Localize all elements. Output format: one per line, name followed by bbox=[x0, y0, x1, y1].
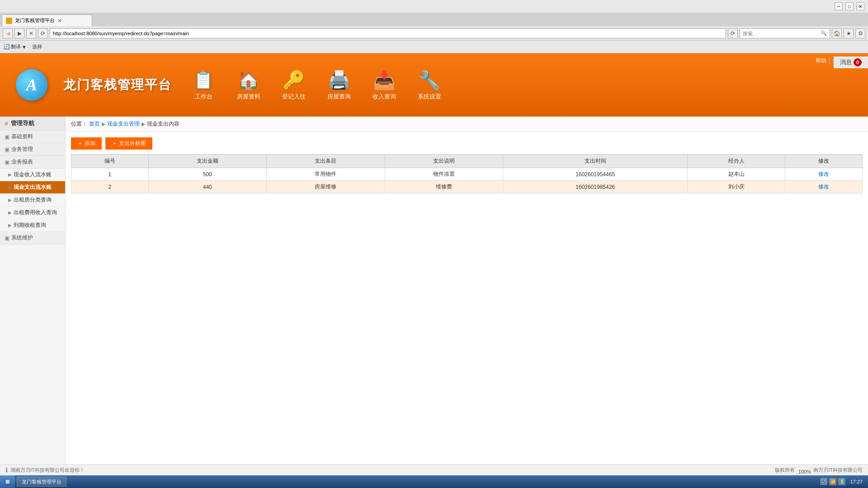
tab-favicon bbox=[6, 18, 12, 24]
sidebar-section-business: ▣ 业务管理 bbox=[0, 143, 65, 156]
tab-close-button[interactable]: ✕ bbox=[57, 18, 62, 24]
breadcrumb-arrow-2: ▶ bbox=[142, 121, 145, 127]
sidebar-section-basic: ▣ 基础资料 bbox=[0, 131, 65, 143]
system-section-icon: ▣ bbox=[5, 235, 9, 241]
table-cell-0: 2 bbox=[71, 181, 149, 193]
breadcrumb-arrow-1: ▶ bbox=[102, 121, 105, 127]
app-title: 龙门客栈管理平台 bbox=[63, 76, 172, 94]
home-button[interactable]: 🏠 bbox=[832, 28, 842, 38]
nav-system-settings[interactable]: 🔧 系统设置 bbox=[407, 53, 452, 117]
add-button[interactable]: ＋ 添加 bbox=[71, 137, 102, 150]
message-badge[interactable]: 消息 0 bbox=[834, 56, 868, 68]
table-cell-edit: 修改 bbox=[785, 181, 863, 193]
sidebar-section-reports-header[interactable]: ▣ 业务报表 bbox=[0, 156, 65, 169]
sidebar-section-business-header[interactable]: ▣ 业务管理 bbox=[0, 143, 65, 156]
taskbar-items: 龙门客栈管理平台 bbox=[15, 477, 817, 487]
zoom-indicator: 100% bbox=[796, 468, 814, 475]
location-label: 位置： bbox=[71, 120, 87, 128]
windows-taskbar: ⊞ 龙门客栈管理平台 🔊 📶 🔋 17:27 bbox=[0, 475, 868, 488]
search-input[interactable] bbox=[743, 31, 821, 36]
start-button[interactable]: ⊞ bbox=[0, 475, 15, 488]
table-cell-1: 440 bbox=[148, 181, 266, 193]
sidebar: ≡ 管理导航 ▣ 基础资料 ▣ 业务管理 ▣ 业务报表 ▶ bbox=[0, 117, 66, 469]
taskbar-item-browser[interactable]: 龙门客栈管理平台 bbox=[17, 477, 66, 487]
nav-checkin[interactable]: 🔑 登记入住 bbox=[271, 53, 316, 117]
table-cell-3: 维修费 bbox=[385, 181, 503, 193]
chart-button[interactable]: ＋ 支出分析图 bbox=[105, 137, 152, 150]
tab-label: 龙门客栈管理平台 bbox=[15, 17, 55, 24]
translate-dropdown-icon[interactable]: ▼ bbox=[22, 44, 27, 50]
table-cell-5: 刘小庆 bbox=[688, 181, 785, 193]
sidebar-section-system-header[interactable]: ▣ 系统维护 bbox=[0, 232, 65, 244]
app-header: A 龙门客栈管理平台 📋 工作台 🏠 房屋资料 🔑 登记入住 🖨️ 房屋查询 📥… bbox=[0, 53, 868, 117]
system-settings-icon: 🔧 bbox=[418, 70, 441, 91]
sidebar-item-cash-income[interactable]: ▶ 现金收入流水账 bbox=[0, 169, 65, 181]
house-info-icon: 🏠 bbox=[237, 70, 260, 91]
nav-house-info[interactable]: 🏠 房屋资料 bbox=[226, 53, 271, 117]
back-button[interactable]: ◀ bbox=[3, 28, 13, 38]
col-header-edit: 修改 bbox=[785, 155, 863, 168]
table-cell-edit: 修改 bbox=[785, 168, 863, 181]
browser-tab[interactable]: 龙门客栈管理平台 ✕ bbox=[2, 14, 92, 26]
edit-link[interactable]: 修改 bbox=[818, 171, 829, 177]
favorites-button[interactable]: ★ bbox=[844, 28, 854, 38]
search-bar[interactable]: 🔍 bbox=[740, 28, 830, 38]
close-button[interactable]: ✕ bbox=[856, 2, 864, 10]
house-query-icon: 🖨️ bbox=[328, 70, 350, 91]
add-icon: ＋ bbox=[77, 140, 83, 147]
table-row: 2440房屋维修维修费1602601985426刘小庆修改 bbox=[71, 181, 863, 193]
translate-button[interactable]: 🔄 翻译 ▼ bbox=[4, 43, 27, 50]
sidebar-title-icon: ≡ bbox=[5, 120, 8, 127]
content-body: ＋ 添加 ＋ 支出分析图 编号 支出金额 支出条目 支出说明 支出时间 bbox=[66, 132, 868, 199]
refresh-button[interactable]: ⟳ bbox=[38, 28, 48, 38]
sidebar-item-rental-fee-query[interactable]: ▶ 出租费用收入查询 bbox=[0, 206, 65, 219]
footer-info-text: 湖南万刃IT科技有限公司欢迎你！ bbox=[10, 467, 85, 474]
sidebar-section-basic-header[interactable]: ▣ 基础资料 bbox=[0, 131, 65, 143]
header-right: 帮助 关于 注册 消息 0 bbox=[807, 53, 868, 68]
tab-bar: 龙门客栈管理平台 ✕ bbox=[0, 13, 868, 26]
help-link[interactable]: 帮助 bbox=[813, 57, 830, 65]
browser-navbar: ◀ ▶ ✕ ⟳ ⟳ 🔍 🏠 ★ ⚙ bbox=[0, 26, 868, 41]
refresh-btn-2[interactable]: ⟳ bbox=[728, 28, 738, 38]
item-arrow-icon: ▶ bbox=[8, 172, 12, 177]
app-logo: A bbox=[0, 53, 63, 117]
maximize-button[interactable]: □ bbox=[845, 2, 854, 10]
breadcrumb-parent[interactable]: 现金支出管理 bbox=[107, 120, 140, 128]
workbench-icon: 📋 bbox=[192, 70, 215, 91]
col-header-amount: 支出金额 bbox=[148, 155, 266, 168]
nav-house-query[interactable]: 🖨️ 房屋查询 bbox=[316, 53, 362, 117]
sidebar-item-cash-expense[interactable]: ▶ 现金支出流水账 bbox=[0, 181, 65, 194]
footer-info: ℹ 湖南万刃IT科技有限公司欢迎你！ bbox=[5, 466, 85, 474]
table-cell-1: 500 bbox=[148, 168, 266, 181]
breadcrumb-home[interactable]: 首页 bbox=[89, 120, 100, 128]
main-layout: ≡ 管理导航 ▣ 基础资料 ▣ 业务管理 ▣ 业务报表 ▶ bbox=[0, 117, 868, 469]
address-input[interactable] bbox=[53, 31, 723, 36]
edit-link[interactable]: 修改 bbox=[818, 183, 829, 190]
basic-section-icon: ▣ bbox=[5, 134, 9, 140]
translate-icon: 🔄 bbox=[4, 44, 10, 50]
item-arrow-icon-2: ▶ bbox=[8, 197, 12, 202]
item-arrow-icon-4: ▶ bbox=[8, 223, 12, 228]
taskbar-tray: 🔊 📶 🔋 17:27 bbox=[817, 478, 868, 485]
forward-button[interactable]: ▶ bbox=[14, 28, 24, 38]
browser-titlebar: ─ □ ✕ bbox=[0, 0, 868, 13]
address-bar[interactable] bbox=[50, 28, 726, 38]
content-area: 位置： 首页 ▶ 现金支出管理 ▶ 现金支出内容 ＋ 添加 ＋ 支出分析图 bbox=[66, 117, 868, 469]
sidebar-item-due-rent-query[interactable]: ▶ 到期收租查询 bbox=[0, 219, 65, 232]
search-icon: 🔍 bbox=[821, 30, 827, 36]
browser-toolbar: 🔄 翻译 ▼ 选择 bbox=[0, 41, 868, 53]
minimize-button[interactable]: ─ bbox=[835, 2, 843, 10]
select-button[interactable]: 选择 bbox=[32, 43, 42, 50]
table-cell-2: 房屋维修 bbox=[267, 181, 385, 193]
table-cell-0: 1 bbox=[71, 168, 149, 181]
start-icon: ⊞ bbox=[5, 479, 9, 485]
nav-workbench[interactable]: 📋 工作台 bbox=[181, 53, 226, 117]
table-cell-5: 赵本山 bbox=[688, 168, 785, 181]
stop-button[interactable]: ✕ bbox=[26, 28, 36, 38]
chart-icon: ＋ bbox=[112, 140, 117, 147]
sidebar-item-rental-category[interactable]: ▶ 出租房分类查询 bbox=[0, 194, 65, 206]
settings-button[interactable]: ⚙ bbox=[855, 28, 865, 38]
taskbar-clock: 17:27 bbox=[847, 479, 865, 484]
nav-income-query[interactable]: 📥 收入查询 bbox=[362, 53, 407, 117]
table-header-row: 编号 支出金额 支出条目 支出说明 支出时间 经办人 修改 bbox=[71, 155, 863, 168]
